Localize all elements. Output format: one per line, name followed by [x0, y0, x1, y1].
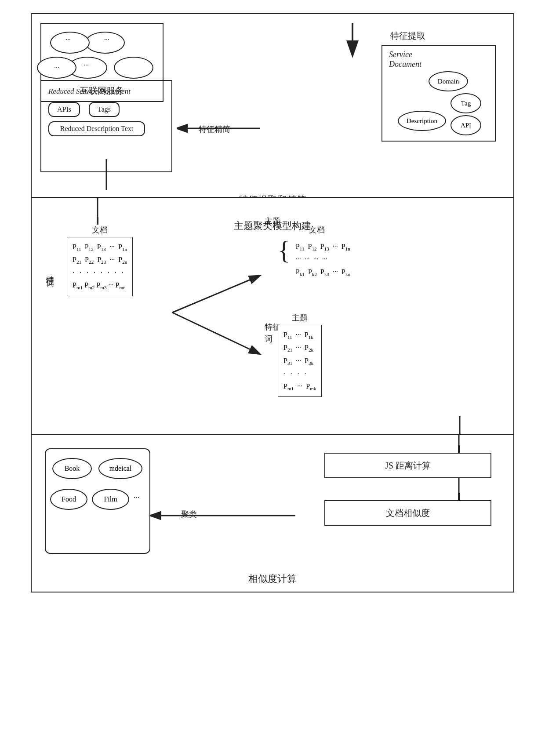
oval-domain: Domain [429, 71, 468, 91]
rt-row-1: P11 P12 P13 ··· P1n [296, 240, 350, 253]
dots-categories: ··· [134, 493, 140, 502]
right-top-matrix: P11 P12 P13 ··· P1n ··· ··· ··· ··· Pk1 … [291, 237, 356, 282]
feature-word-label-left: 特征词 [45, 269, 55, 276]
oval-book: Book [52, 458, 92, 479]
rb-row-1: P11 ··· P1k [283, 329, 316, 342]
ellipse-dots-2: ··· [104, 36, 109, 44]
doc-label-right-top: 文档 [278, 225, 356, 235]
rb-row-2: P21 ··· P2k [283, 342, 316, 354]
reduced-items-row: APIs Tags [48, 102, 164, 117]
oval-tag: Tag [451, 93, 481, 113]
svg-line-10 [172, 313, 256, 352]
reduced-desc-button: Reduced Description Text [48, 121, 145, 136]
rt-row-3: Pk1 Pk2 Pk3 ··· Pkn [296, 266, 350, 279]
arrow-s2-down [459, 416, 461, 434]
arrow-into-s3 [458, 435, 460, 453]
arrow-sim-to-cat [150, 509, 300, 522]
similarity-box: 文档相似度 [324, 500, 491, 526]
service-doc-box: ServiceDocument Domain Tag Description A… [382, 45, 496, 142]
ellipse-dots-1: ··· [65, 36, 71, 44]
oval-food: Food [50, 489, 87, 510]
topic-label-rb: 主题 [278, 313, 322, 323]
section3-box: Book mdeical Food Film ··· JS 距离计算 文档相 [31, 434, 514, 592]
arrow-js-to-sim [458, 478, 460, 500]
js-distance-box: JS 距离计算 [324, 453, 491, 478]
categories-box: Book mdeical Food Film ··· [45, 448, 150, 554]
arrow-extract [339, 23, 366, 58]
js-label: JS 距离计算 [385, 460, 431, 472]
oval-description: Description [398, 111, 446, 131]
arrows-split [168, 251, 265, 374]
left-matrix-section: 文档 P11 P12 P13 ··· P1n P21 P22 P23 ··· P… [67, 225, 133, 296]
similarity-label: 文档相似度 [386, 507, 430, 519]
service-doc-title: ServiceDocument [389, 50, 488, 69]
svg-line-9 [172, 277, 256, 313]
doc-label-left: 文档 [67, 225, 133, 235]
tags-button: Tags [89, 102, 120, 117]
rb-row-5: Pm1 ··· Pmk [283, 380, 316, 393]
rt-row-2: ··· ··· ··· ··· [296, 253, 350, 266]
rb-row-4: · · · · [283, 367, 316, 380]
ellipse-dots-3: ··· [84, 62, 89, 69]
oval-film: Film [92, 489, 129, 510]
section3-label: 相似度计算 [248, 569, 297, 587]
brace-right-top: { [278, 237, 291, 263]
oval-medical: mdeical [98, 458, 142, 479]
left-matrix: P11 P12 P13 ··· P1n P21 P22 P23 ··· P2n … [67, 237, 133, 296]
oval-api: API [451, 115, 481, 135]
apis-button: APIs [48, 102, 80, 117]
matrix-row-2: P21 P22 P23 ··· P2n [73, 254, 127, 266]
right-bottom-matrix: P11 ··· P1k P21 ··· P2k P31 ··· P3k · · … [278, 325, 322, 397]
feature-extract-label: 特征提取 [390, 30, 425, 42]
matrix-row-4: Pm1 Pm2 Pm3 ··· Pmn [73, 279, 127, 292]
right-bottom-section: 主题 P11 ··· P1k P21 ··· P2k P31 ··· P3k ·… [278, 313, 322, 397]
ellipse-dots-left: ··· [54, 64, 59, 72]
rb-row-3: P31 ··· P3k [283, 355, 316, 367]
reduced-doc-title: Reduced Service Document [48, 87, 164, 96]
section2-box: 特征词 文档 P11 P12 P13 ··· P1n P21 P22 P23 ·… [31, 197, 514, 435]
arrow-into-s2 [97, 198, 98, 225]
matrix-row-3: · · · · · · · · [73, 267, 127, 280]
matrix-row-1: P11 P12 P13 ··· P1n [73, 241, 127, 254]
feature-refine-label: 特征精简 [199, 124, 230, 134]
section1-box: ··· ··· ··· ··· 互联网服务 特征提取 [31, 13, 514, 198]
right-top-section: 文档 { P11 P12 P13 ··· P1n ··· ··· ··· ···… [278, 225, 356, 282]
reduced-doc-box: Reduced Service Document APIs Tags Reduc… [40, 80, 172, 172]
